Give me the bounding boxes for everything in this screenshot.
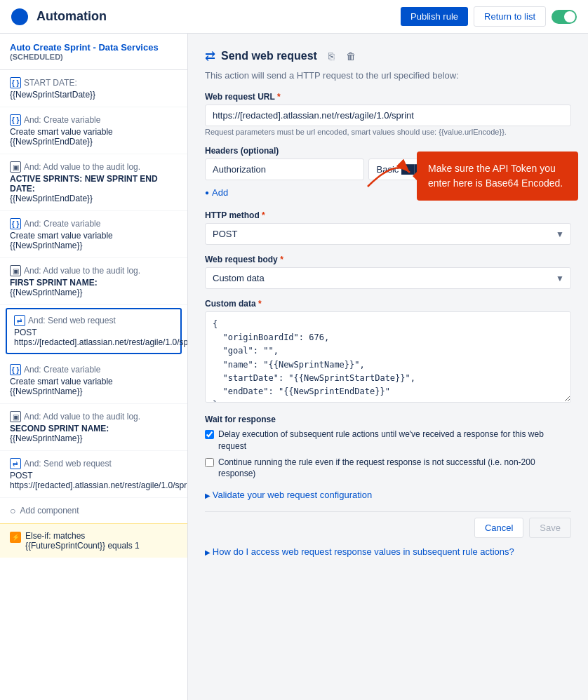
sidebar-start-date-content: {{NewSprintStartDate}} bbox=[10, 90, 178, 100]
action-description: This action will send a HTTP request to … bbox=[205, 70, 571, 81]
sidebar-var2-content: Create smart value variable {{NewSprintN… bbox=[10, 231, 178, 250]
validate-link[interactable]: Validate your web request configuration bbox=[205, 490, 571, 500]
variable-icon: { } bbox=[10, 77, 21, 88]
save-button[interactable]: Save bbox=[529, 518, 571, 538]
url-label: Web request URL * bbox=[205, 92, 571, 102]
sidebar-item-start-date[interactable]: { } START DATE: {{NewSprintStartDate}} bbox=[0, 70, 187, 107]
else-icon: ⚡ bbox=[10, 532, 21, 543]
action-icons: ⎘ 🗑 bbox=[323, 48, 359, 65]
url-section: Web request URL * Request parameters mus… bbox=[205, 92, 571, 136]
sidebar-audit2-content: FIRST SPRINT NAME:{{NewSprintName}} bbox=[10, 278, 178, 297]
else-if-label: Else-if: matches bbox=[25, 531, 140, 541]
sidebar-web2-content: POSThttps://[redacted].atlassian.net/res… bbox=[10, 471, 178, 490]
variable-icon-3: { } bbox=[10, 364, 21, 375]
body-section: Web request body * Custom data Empty JSO… bbox=[205, 255, 571, 289]
delete-icon[interactable]: 🗑 bbox=[342, 48, 359, 65]
else-if-condition: {{FutureSprintCount}} equals 1 bbox=[25, 541, 140, 551]
add-component-button[interactable]: Add component bbox=[0, 498, 187, 523]
variable-icon-1: { } bbox=[10, 114, 21, 126]
url-hint: Request parameters must be url encoded, … bbox=[205, 128, 571, 136]
body-label: Web request body * bbox=[205, 255, 571, 264]
sidebar-item-web-request-2[interactable]: ⇄ And: Send web request POSThttps://[red… bbox=[0, 451, 187, 498]
custom-data-label: Custom data * bbox=[205, 299, 571, 309]
sidebar-item-audit-2[interactable]: ▣ And: Add value to the audit log. FIRST… bbox=[0, 258, 187, 305]
wait-label: Wait for response bbox=[205, 415, 571, 424]
delay-checkbox-row: Delay execution of subsequent rule actio… bbox=[205, 429, 571, 452]
rule-toggle[interactable] bbox=[552, 10, 577, 24]
cancel-button[interactable]: Cancel bbox=[474, 518, 523, 538]
api-token-tooltip: Make sure the API Token you enter here i… bbox=[417, 152, 578, 201]
publish-rule-button[interactable]: Publish rule bbox=[401, 7, 468, 26]
delay-label: Delay execution of subsequent rule actio… bbox=[218, 429, 571, 452]
http-method-section: HTTP method * POST GET PUT DELETE ▼ bbox=[205, 210, 571, 245]
custom-data-textarea[interactable] bbox=[205, 311, 571, 403]
continue-checkbox[interactable] bbox=[205, 458, 214, 467]
rule-title-section: Auto Create Sprint - Data Services (SCHE… bbox=[0, 34, 187, 70]
delay-checkbox[interactable] bbox=[205, 430, 214, 439]
sidebar-var1-content: Create smart value variable {{NewSprintE… bbox=[10, 127, 178, 147]
sidebar-item-create-var-2[interactable]: { } And: Create variable Create smart va… bbox=[0, 211, 187, 258]
continue-label: Continue running the rule even if the re… bbox=[218, 457, 571, 480]
web-icon-1: ⇄ bbox=[14, 315, 25, 326]
faq-link[interactable]: How do I access web request response val… bbox=[205, 546, 571, 557]
web-request-section-icon: ⇄ bbox=[205, 48, 215, 64]
sidebar-item-audit-3[interactable]: ▣ And: Add value to the audit log. SECON… bbox=[0, 404, 187, 451]
app-header: Automation Publish rule Return to list bbox=[0, 0, 588, 34]
sidebar-audit3-content: SECOND SPRINT NAME:{{NewSprintName}} bbox=[10, 424, 178, 443]
main-layout: Auto Create Sprint - Data Services (SCHE… bbox=[0, 34, 588, 700]
http-method-select-wrapper: POST GET PUT DELETE ▼ bbox=[205, 223, 571, 245]
headers-section: Headers (optional) Hidden bbox=[205, 146, 571, 201]
custom-data-section: Custom data * bbox=[205, 299, 571, 405]
header-actions: Publish rule Return to list bbox=[401, 6, 577, 27]
action-title: Send web request bbox=[221, 50, 317, 62]
continue-checkbox-row: Continue running the rule even if the re… bbox=[205, 457, 571, 480]
sidebar-item-create-var-3[interactable]: { } And: Create variable Create smart va… bbox=[0, 357, 187, 404]
return-to-list-button[interactable]: Return to list bbox=[474, 6, 546, 27]
web-icon-2: ⇄ bbox=[10, 458, 21, 469]
rule-schedule: (SCHEDULED) bbox=[10, 53, 178, 61]
add-header-button[interactable]: Add bbox=[205, 184, 228, 201]
body-type-select-wrapper: Custom data Empty JSON ▼ bbox=[205, 267, 571, 289]
sidebar-audit1-content: ACTIVE SPRINTS: NEW SPRINT END DATE:{{Ne… bbox=[10, 174, 178, 203]
variable-icon-2: { } bbox=[10, 218, 21, 229]
header-key-input[interactable] bbox=[205, 159, 364, 180]
sidebar-var3-content: Create smart value variable {{NewSprintN… bbox=[10, 377, 178, 396]
sidebar-web1-content: POSThttps://[redacted].atlassian.net/res… bbox=[14, 328, 173, 347]
body-type-select[interactable]: Custom data Empty JSON bbox=[205, 267, 571, 289]
app-logo bbox=[11, 8, 28, 25]
http-method-select[interactable]: POST GET PUT DELETE bbox=[205, 223, 571, 245]
action-header: ⇄ Send web request ⎘ 🗑 bbox=[205, 48, 571, 65]
sidebar: Auto Create Sprint - Data Services (SCHE… bbox=[0, 34, 188, 700]
audit-icon-1: ▣ bbox=[10, 161, 21, 173]
copy-icon[interactable]: ⎘ bbox=[323, 48, 340, 65]
main-content: ⇄ Send web request ⎘ 🗑 This action will … bbox=[188, 34, 588, 700]
app-title: Automation bbox=[36, 9, 401, 24]
url-input[interactable] bbox=[205, 105, 571, 126]
wait-for-response-section: Wait for response Delay execution of sub… bbox=[205, 415, 571, 480]
add-component-label: Add component bbox=[20, 506, 79, 516]
sidebar-item-web-request-1[interactable]: ⇄ And: Send web request POSThttps://[red… bbox=[6, 308, 182, 354]
sidebar-item-create-var-1[interactable]: { } And: Create variable Create smart va… bbox=[0, 107, 187, 154]
else-if-section[interactable]: ⚡ Else-if: matches {{FutureSprintCount}}… bbox=[0, 523, 187, 558]
rule-name: Auto Create Sprint - Data Services bbox=[10, 42, 178, 53]
http-method-label: HTTP method * bbox=[205, 210, 571, 220]
audit-icon-2: ▣ bbox=[10, 265, 21, 276]
sidebar-item-audit-1[interactable]: ▣ And: Add value to the audit log. ACTIV… bbox=[0, 154, 187, 211]
form-actions: Cancel Save bbox=[205, 511, 571, 538]
audit-icon-3: ▣ bbox=[10, 411, 21, 422]
